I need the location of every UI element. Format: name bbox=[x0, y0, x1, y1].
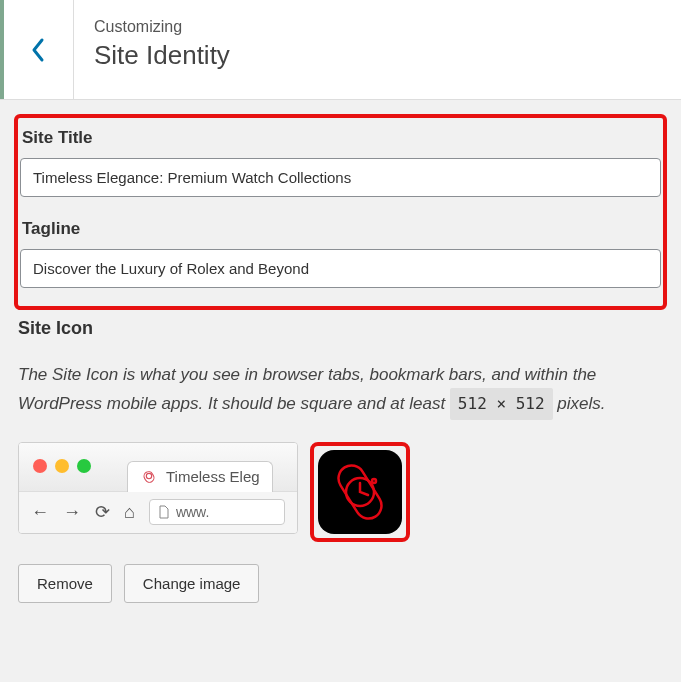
chevron-left-icon bbox=[30, 36, 48, 64]
window-close-icon bbox=[33, 459, 47, 473]
nav-forward-icon: → bbox=[63, 502, 81, 523]
site-icon-label: Site Icon bbox=[18, 318, 663, 339]
tagline-input[interactable] bbox=[20, 249, 661, 288]
site-icon-description: The Site Icon is what you see in browser… bbox=[18, 361, 663, 420]
address-bar: www. bbox=[149, 499, 285, 525]
site-title-input[interactable] bbox=[20, 158, 661, 197]
remove-button[interactable]: Remove bbox=[18, 564, 112, 603]
desc-text-b: pixels. bbox=[553, 394, 606, 413]
site-title-label: Site Title bbox=[22, 128, 661, 148]
site-icon-preview bbox=[318, 450, 402, 534]
url-text: www. bbox=[176, 504, 209, 520]
section-title: Site Identity bbox=[94, 40, 230, 71]
svg-point-1 bbox=[146, 473, 151, 478]
site-icon-preview-frame bbox=[310, 442, 410, 542]
change-image-button[interactable]: Change image bbox=[124, 564, 260, 603]
svg-point-4 bbox=[372, 479, 376, 483]
svg-rect-0 bbox=[142, 470, 155, 484]
browser-preview: Timeless Eleg ← → ⟳ ⌂ www. bbox=[18, 442, 298, 534]
size-badge: 512 × 512 bbox=[450, 388, 553, 420]
nav-reload-icon: ⟳ bbox=[95, 501, 110, 523]
back-button[interactable] bbox=[4, 0, 74, 99]
favicon-icon bbox=[140, 468, 158, 486]
tagline-label: Tagline bbox=[22, 219, 661, 239]
nav-back-icon: ← bbox=[31, 502, 49, 523]
tab-title: Timeless Eleg bbox=[166, 468, 260, 485]
window-max-icon bbox=[77, 459, 91, 473]
highlighted-fields: Site Title Tagline bbox=[14, 114, 667, 310]
window-min-icon bbox=[55, 459, 69, 473]
breadcrumb-eyebrow: Customizing bbox=[94, 18, 230, 36]
nav-home-icon: ⌂ bbox=[124, 502, 135, 523]
customizer-header: Customizing Site Identity bbox=[0, 0, 681, 100]
browser-tab: Timeless Eleg bbox=[127, 461, 273, 492]
watch-icon bbox=[325, 457, 395, 527]
page-icon bbox=[158, 505, 170, 519]
